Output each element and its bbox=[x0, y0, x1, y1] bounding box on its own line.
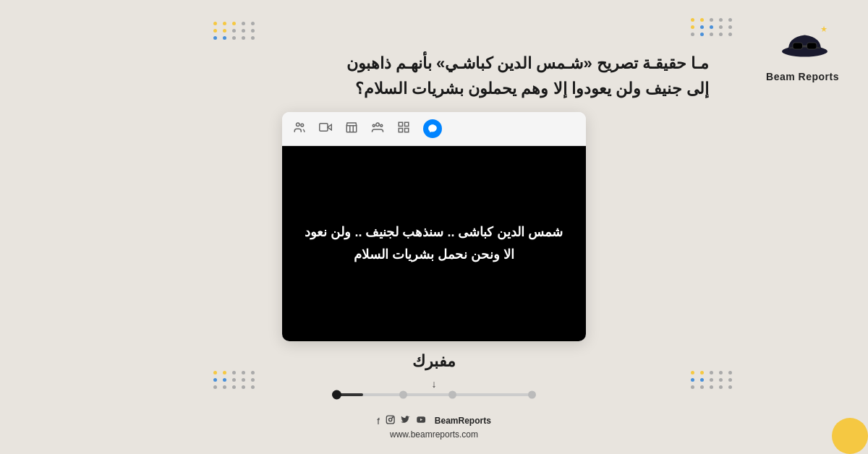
browser-frame: شمس الدين كباشى .. سنذهب لجنيف .. ولن نع… bbox=[282, 112, 586, 341]
svg-marker-4 bbox=[820, 26, 826, 32]
video-subtitle: شمس الدين كباشى .. سنذهب لجنيف .. ولن نع… bbox=[290, 207, 577, 280]
yellow-circle-decoration bbox=[832, 418, 868, 454]
headline-text: مـا حقيقـة تصريح «شـمس الدين كباشـي» بأن… bbox=[43, 51, 709, 101]
footer-social-row: f BeamReports bbox=[377, 415, 491, 427]
timeline-arrow: ↓ bbox=[432, 378, 437, 390]
verdict-label-area: مفبرك bbox=[282, 352, 586, 371]
browser-toolbar bbox=[282, 112, 586, 146]
footer: f BeamReports www.beamreports.com bbox=[377, 415, 491, 440]
footer-handle: BeamReports bbox=[435, 416, 491, 426]
svg-point-10 bbox=[373, 124, 375, 127]
verdict-label: مفبرك bbox=[412, 352, 456, 370]
twitter-icon bbox=[401, 415, 410, 427]
logo-area: Beam Reports bbox=[766, 14, 839, 82]
svg-point-9 bbox=[376, 123, 380, 127]
main-content: شمس الدين كباشى .. سنذهب لجنيف .. ولن نع… bbox=[282, 112, 586, 396]
svg-marker-7 bbox=[328, 124, 331, 130]
footer-url: www.beamreports.com bbox=[377, 429, 491, 440]
headline-line1: مـا حقيقـة تصريح «شـمس الدين كباشـي» بأن… bbox=[43, 51, 709, 76]
store-icon[interactable] bbox=[345, 121, 358, 137]
subtitle-line1: شمس الدين كباشى .. سنذهب لجنيف .. ولن نع… bbox=[305, 221, 563, 244]
group-icon[interactable] bbox=[371, 121, 384, 137]
svg-point-6 bbox=[301, 124, 304, 127]
logo-title: Beam Reports bbox=[766, 71, 839, 82]
youtube-icon bbox=[416, 415, 426, 427]
svg-rect-1 bbox=[793, 43, 803, 49]
messenger-icon[interactable] bbox=[423, 119, 442, 138]
svg-point-11 bbox=[380, 124, 383, 127]
svg-rect-2 bbox=[807, 43, 817, 49]
video-icon[interactable] bbox=[319, 121, 332, 137]
svg-rect-14 bbox=[399, 129, 402, 132]
svg-point-18 bbox=[392, 417, 393, 418]
svg-point-17 bbox=[388, 418, 391, 421]
svg-rect-12 bbox=[399, 122, 402, 126]
timeline-container: ↓ bbox=[282, 378, 586, 396]
subtitle-line2: الا ونحن نحمل بشريات السلام bbox=[305, 244, 563, 266]
timeline-bar[interactable] bbox=[333, 393, 535, 396]
video-area: شمس الدين كباشى .. سنذهب لجنيف .. ولن نع… bbox=[282, 146, 586, 341]
headline: مـا حقيقـة تصريح «شـمس الدين كباشـي» بأن… bbox=[43, 51, 709, 101]
instagram-icon bbox=[386, 415, 395, 427]
facebook-icon: f bbox=[377, 416, 380, 427]
grid-icon[interactable] bbox=[397, 121, 410, 137]
svg-point-5 bbox=[297, 123, 300, 127]
svg-rect-13 bbox=[405, 122, 409, 126]
logo-icon bbox=[778, 14, 828, 65]
svg-rect-15 bbox=[405, 129, 409, 132]
headline-line2: إلى جنيف ولن يعودوا إلا وهم يحملون بشريا… bbox=[43, 76, 709, 101]
detective-hat-icon bbox=[778, 14, 832, 69]
people-icon[interactable] bbox=[293, 121, 306, 137]
svg-rect-8 bbox=[320, 124, 328, 132]
toolbar-icons bbox=[293, 119, 442, 138]
